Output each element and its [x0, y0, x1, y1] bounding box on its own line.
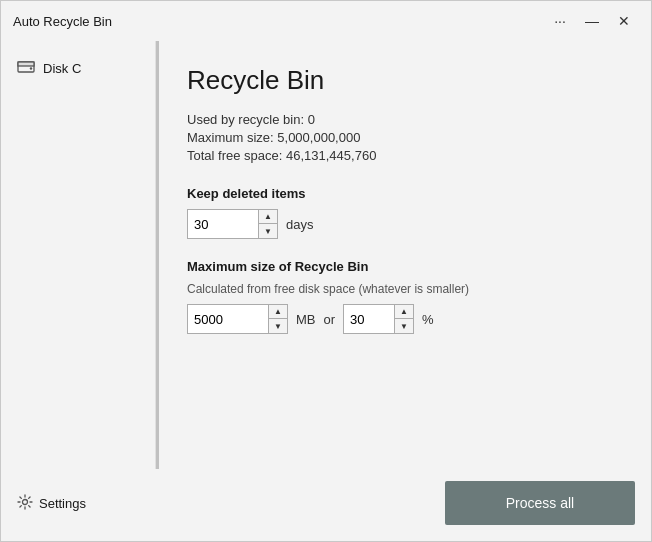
info-max-size: Maximum size: 5,000,000,000: [187, 130, 623, 145]
settings-label: Settings: [39, 496, 86, 511]
percent-spinner: ▲ ▼: [343, 304, 414, 334]
days-unit: days: [286, 217, 313, 232]
footer: Settings Process all: [1, 469, 651, 541]
mb-arrows: ▲ ▼: [268, 305, 287, 333]
keep-section-label: Keep deleted items: [187, 186, 623, 201]
window-controls: ··· — ✕: [545, 7, 639, 35]
days-spinner: ▲ ▼: [187, 209, 278, 239]
main-window: Auto Recycle Bin ··· — ✕ Disk C: [0, 0, 652, 542]
content-area: Disk C Recycle Bin Used by recycle bin: …: [1, 41, 651, 469]
days-input[interactable]: [188, 210, 258, 238]
main-content: Recycle Bin Used by recycle bin: 0 Maxim…: [159, 41, 651, 469]
or-text: or: [324, 312, 336, 327]
days-down-arrow[interactable]: ▼: [259, 224, 277, 238]
days-arrows: ▲ ▼: [258, 210, 277, 238]
svg-point-2: [30, 67, 32, 69]
settings-link[interactable]: Settings: [17, 494, 86, 513]
menu-button[interactable]: ···: [545, 7, 575, 35]
process-all-button[interactable]: Process all: [445, 481, 635, 525]
close-button[interactable]: ✕: [609, 7, 639, 35]
titlebar: Auto Recycle Bin ··· — ✕: [1, 1, 651, 41]
max-size-section: Maximum size of Recycle Bin Calculated f…: [187, 259, 623, 334]
mb-unit: MB: [296, 312, 316, 327]
sidebar-item-disk-c[interactable]: Disk C: [5, 49, 151, 87]
percent-input[interactable]: [344, 305, 394, 333]
sidebar-item-label: Disk C: [43, 61, 81, 76]
svg-rect-1: [18, 62, 34, 66]
percent-unit: %: [422, 312, 434, 327]
minimize-button[interactable]: —: [577, 7, 607, 35]
settings-icon: [17, 494, 33, 513]
max-size-sublabel: Calculated from free disk space (whateve…: [187, 282, 623, 296]
mb-up-arrow[interactable]: ▲: [269, 305, 287, 319]
info-used: Used by recycle bin: 0: [187, 112, 623, 127]
max-size-label: Maximum size of Recycle Bin: [187, 259, 623, 274]
days-up-arrow[interactable]: ▲: [259, 210, 277, 224]
page-title: Recycle Bin: [187, 65, 623, 96]
percent-up-arrow[interactable]: ▲: [395, 305, 413, 319]
keep-section: Keep deleted items ▲ ▼ days: [187, 186, 623, 239]
disk-icon: [17, 57, 35, 79]
svg-point-3: [23, 499, 28, 504]
mb-input[interactable]: [188, 305, 268, 333]
app-title: Auto Recycle Bin: [13, 14, 112, 29]
sidebar: Disk C: [1, 41, 156, 469]
percent-down-arrow[interactable]: ▼: [395, 319, 413, 333]
percent-arrows: ▲ ▼: [394, 305, 413, 333]
days-row: ▲ ▼ days: [187, 209, 623, 239]
mb-down-arrow[interactable]: ▼: [269, 319, 287, 333]
mb-spinner: ▲ ▼: [187, 304, 288, 334]
info-free-space: Total free space: 46,131,445,760: [187, 148, 623, 163]
size-row: ▲ ▼ MB or ▲ ▼ %: [187, 304, 623, 334]
